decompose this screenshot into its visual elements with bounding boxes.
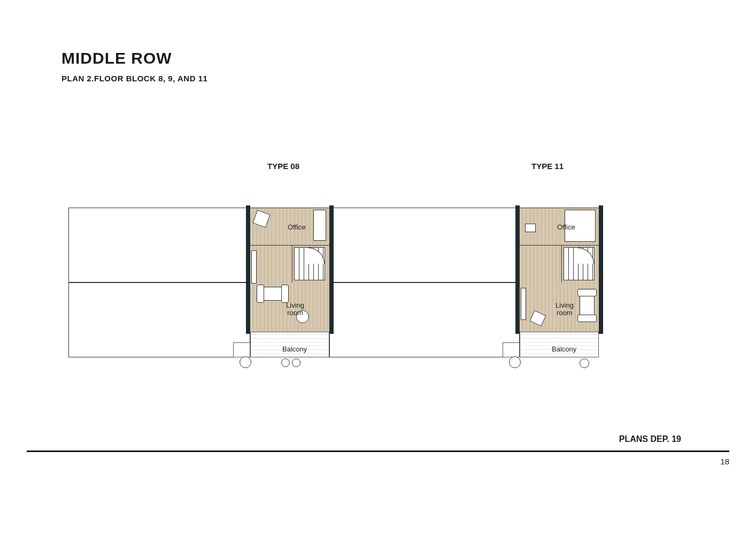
balcony-extension [233,342,250,357]
living-line2: room [557,309,573,317]
page-number: 18 [720,457,729,466]
type-label-11: TYPE 11 [531,162,564,171]
unit-type-11: Office Living room Balcony [520,208,599,332]
room-label-balcony: Balcony [282,346,307,353]
unit-type-08: Office Living room Balcon [250,208,329,332]
type-label-08: TYPE 08 [267,162,299,171]
room-label-balcony: Balcony [552,346,576,353]
plan-outline [329,208,520,282]
living-line2: room [287,309,303,317]
living-line1: Living [556,301,574,309]
balcony [520,332,599,357]
page-title: MIDDLE ROW [61,49,172,67]
room-label-living: Living room [283,302,307,317]
balcony [250,332,329,357]
footer-rule [27,450,729,452]
plan-outline [68,282,250,357]
balcony-extension [503,342,520,357]
living-line1: Living [286,301,304,309]
room-label-office: Office [288,224,306,231]
footer-label: PLANS DEP. 19 [619,434,681,444]
page-subtitle: PLAN 2.FLOOR BLOCK 8, 9, AND 11 [61,74,207,83]
plan-outline [329,282,520,357]
stairs-icon [564,247,595,280]
stairs-icon [294,247,325,280]
room-label-office: Office [557,224,575,231]
plan-outline [68,208,250,282]
room-label-living: Living room [553,302,576,317]
floor-plan: Office Living room Balcon [68,208,599,357]
